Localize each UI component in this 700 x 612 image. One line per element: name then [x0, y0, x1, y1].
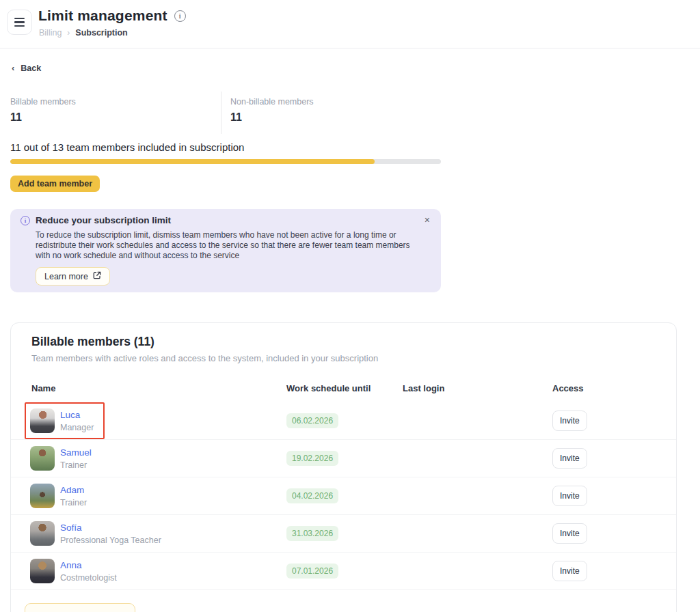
- table-header: Name Work schedule until Last login Acce…: [11, 383, 676, 393]
- breadcrumb: Billing › Subscription: [39, 28, 128, 38]
- billable-members-value: 11: [10, 111, 221, 124]
- member-role: Trainer: [60, 498, 87, 507]
- menu-icon: [14, 18, 25, 27]
- member-name-link[interactable]: Anna: [60, 560, 117, 570]
- work-schedule-cell: 07.01.2026: [286, 564, 403, 579]
- member-role: Manager: [60, 423, 94, 432]
- external-link-icon: [93, 271, 101, 281]
- avatar[interactable]: [30, 446, 55, 471]
- invite-button[interactable]: Invite: [552, 561, 587, 581]
- work-schedule-badge: 07.01.2026: [286, 564, 338, 579]
- member-stats: Billable members 11 Non-billable members…: [10, 92, 441, 134]
- avatar[interactable]: [30, 521, 55, 546]
- non-billable-members-stat: Non-billable members 11: [230, 92, 441, 134]
- access-cell: Invite: [552, 523, 656, 544]
- work-schedule-cell: 31.03.2026: [286, 526, 403, 541]
- members-table-body: Luca Manager 06.02.2026 Invite Samuel Tr…: [11, 402, 676, 590]
- work-schedule-badge: 06.02.2026: [286, 413, 338, 428]
- learn-more-button[interactable]: Learn more: [36, 267, 110, 286]
- info-icon[interactable]: i: [174, 10, 186, 22]
- name-cell: Adam Trainer: [31, 477, 286, 514]
- non-billable-members-value: 11: [230, 111, 441, 124]
- access-cell: Invite: [552, 448, 656, 469]
- stats-divider: [221, 92, 221, 134]
- subscription-usage-summary: 11 out of 13 team members included in su…: [10, 141, 244, 153]
- limit-management-page: Limit management i Billing › Subscriptio…: [0, 0, 700, 612]
- access-cell: Invite: [552, 411, 656, 431]
- billable-members-card-subtitle: Team members with active roles and acces…: [31, 353, 378, 363]
- table-row: Sofía Professional Yoga Teacher 31.03.20…: [11, 515, 676, 553]
- person: Sofía Professional Yoga Teacher: [25, 515, 172, 552]
- chevron-left-icon: ‹: [12, 63, 14, 73]
- column-header-last-login: Last login: [403, 383, 552, 393]
- member-role: Costmetologist: [60, 573, 117, 583]
- close-icon[interactable]: ×: [425, 215, 430, 225]
- person: Adam Trainer: [25, 477, 98, 514]
- reduce-limit-notice: i Reduce your subscription limit To redu…: [10, 209, 441, 292]
- work-schedule-cell: 19.02.2026: [286, 451, 403, 466]
- subscription-progress-fill: [10, 159, 375, 164]
- billable-members-stat: Billable members 11: [10, 92, 221, 134]
- page-title-row: Limit management i: [38, 8, 186, 24]
- work-schedule-badge: 04.02.2026: [286, 488, 338, 503]
- name-cell: Samuel Trainer: [31, 440, 286, 477]
- learn-more-label: Learn more: [44, 272, 88, 281]
- page-title: Limit management: [38, 8, 167, 24]
- member-role: Professional Yoga Teacher: [60, 536, 161, 545]
- avatar[interactable]: [30, 408, 55, 433]
- member-name-link[interactable]: Sofía: [60, 523, 161, 533]
- member-name-link[interactable]: Adam: [60, 485, 87, 495]
- invite-button[interactable]: Invite: [552, 523, 587, 544]
- column-header-work-schedule: Work schedule until: [286, 383, 403, 393]
- info-icon: i: [21, 216, 30, 225]
- billable-members-card-title: Billable members (11): [31, 335, 154, 349]
- member-name-link[interactable]: Luca: [60, 410, 94, 420]
- chevron-right-icon: ›: [67, 28, 70, 38]
- work-schedule-badge: 31.03.2026: [286, 526, 338, 541]
- avatar[interactable]: [30, 559, 55, 583]
- non-billable-members-label: Non-billable members: [230, 92, 441, 107]
- subscription-progress-bar: [10, 159, 441, 164]
- partial-bottom-button[interactable]: [25, 603, 135, 612]
- column-header-access: Access: [552, 383, 656, 393]
- table-row: Anna Costmetologist 07.01.2026 Invite: [11, 553, 676, 590]
- back-button[interactable]: ‹ Back: [12, 63, 41, 73]
- name-cell: Luca Manager: [31, 402, 286, 439]
- avatar[interactable]: [30, 484, 55, 508]
- table-row: Samuel Trainer 19.02.2026 Invite: [11, 440, 676, 477]
- access-cell: Invite: [552, 561, 656, 581]
- invite-button[interactable]: Invite: [552, 486, 587, 506]
- notice-body: To reduce the subscription limit, dismis…: [36, 230, 420, 261]
- member-name-link[interactable]: Samuel: [60, 447, 92, 458]
- notice-title: Reduce your subscription limit: [36, 215, 171, 225]
- work-schedule-badge: 19.02.2026: [286, 451, 338, 466]
- work-schedule-cell: 06.02.2026: [286, 413, 403, 428]
- person: Luca Manager: [25, 402, 105, 439]
- table-row: Adam Trainer 04.02.2026 Invite: [11, 477, 676, 515]
- work-schedule-cell: 04.02.2026: [286, 488, 403, 503]
- person: Samuel Trainer: [25, 440, 103, 477]
- access-cell: Invite: [552, 486, 656, 506]
- member-role: Trainer: [60, 460, 92, 470]
- back-label: Back: [21, 64, 41, 73]
- name-cell: Anna Costmetologist: [31, 553, 286, 589]
- column-header-name: Name: [31, 383, 286, 393]
- header-divider: [0, 48, 700, 48]
- add-team-member-button[interactable]: Add team member: [10, 176, 100, 192]
- billable-members-card: Billable members (11) Team members with …: [10, 322, 677, 612]
- breadcrumb-subscription[interactable]: Subscription: [75, 28, 127, 38]
- menu-button[interactable]: [7, 10, 32, 35]
- person: Anna Costmetologist: [25, 553, 128, 589]
- table-row: Luca Manager 06.02.2026 Invite: [11, 402, 676, 440]
- breadcrumb-billing[interactable]: Billing: [39, 28, 62, 38]
- invite-button[interactable]: Invite: [552, 448, 587, 469]
- billable-members-label: Billable members: [10, 92, 221, 107]
- invite-button[interactable]: Invite: [552, 411, 587, 431]
- name-cell: Sofía Professional Yoga Teacher: [31, 515, 286, 552]
